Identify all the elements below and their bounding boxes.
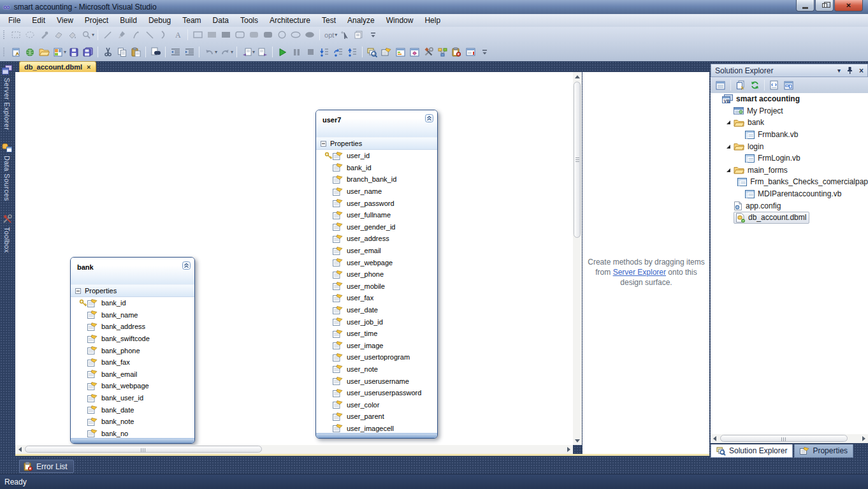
dropdown-arrow-icon[interactable]: ▾: [64, 49, 66, 55]
copy-icon[interactable]: [115, 46, 128, 58]
solution-explorer-icon[interactable]: [366, 46, 379, 58]
entity-field-row[interactable]: user_date: [316, 304, 437, 316]
dropdown-arrow-icon[interactable]: ▾: [92, 32, 94, 38]
pages-icon[interactable]: [352, 29, 365, 41]
ellipse-outline-icon[interactable]: [289, 29, 302, 41]
dropdown-arrow-icon[interactable]: ▾: [252, 49, 255, 55]
entity-field-row[interactable]: branch_bank_id: [316, 173, 437, 186]
entity-field-row[interactable]: user_name: [316, 186, 437, 198]
ellipse-dark-icon[interactable]: [303, 29, 316, 41]
find-in-files-icon[interactable]: [149, 46, 162, 58]
expander-icon[interactable]: [726, 144, 734, 149]
sidebar-tab-data-sources[interactable]: Data Sources: [0, 139, 14, 201]
close-panel-icon[interactable]: ×: [859, 66, 864, 75]
scroll-right-arrow[interactable]: [564, 445, 573, 454]
tab-close-icon[interactable]: ×: [87, 64, 90, 70]
fill-bucket-icon[interactable]: [66, 29, 78, 41]
arc-icon[interactable]: [157, 29, 170, 41]
pen-icon[interactable]: [129, 29, 142, 41]
rect-outline-icon[interactable]: [191, 29, 204, 41]
tree-item-frmbank-vb[interactable]: Frmbank.vb: [711, 129, 868, 141]
tree-item-app-config[interactable]: app.config: [711, 200, 868, 212]
eyedropper-icon[interactable]: [38, 29, 50, 41]
menu-view[interactable]: View: [51, 15, 79, 26]
menu-file[interactable]: File: [3, 15, 26, 26]
hscroll-thumb[interactable]: [720, 435, 848, 442]
entity-field-row[interactable]: user_usertoprogram: [316, 351, 437, 363]
dropdown-arrow-icon[interactable]: ▾: [215, 49, 217, 55]
menu-edit[interactable]: Edit: [26, 15, 51, 26]
entity-field-row[interactable]: user_email: [316, 245, 437, 257]
sidebar-tab-toolbox[interactable]: Toolbox: [0, 210, 14, 253]
marquee-rect-icon[interactable]: [10, 29, 22, 41]
entity-field-row[interactable]: bank_date: [71, 404, 194, 416]
save-icon[interactable]: [68, 46, 80, 58]
tree-item-login[interactable]: login: [711, 140, 868, 152]
entity-user7[interactable]: user7Propertiesuser_idbank_idbranch_bank…: [315, 110, 438, 439]
hscroll-thumb[interactable]: [25, 446, 262, 453]
brush-icon[interactable]: [115, 29, 128, 41]
entity-field-row[interactable]: user_address: [316, 233, 437, 245]
save-all-icon[interactable]: [82, 46, 94, 58]
paste-icon[interactable]: [129, 46, 142, 58]
view-designer-icon[interactable]: [782, 79, 795, 91]
pause-icon[interactable]: [290, 46, 303, 58]
menu-test[interactable]: Test: [316, 15, 342, 26]
text-a-icon[interactable]: A: [171, 29, 184, 41]
entity-field-row[interactable]: user_userusername: [316, 375, 437, 387]
dbml-methods-pane[interactable]: Create methods by dragging items from Se…: [582, 72, 709, 454]
tree-item-db-account-dbml[interactable]: db_account.dbml: [711, 212, 868, 224]
stop-icon[interactable]: [304, 46, 317, 58]
entity-field-row[interactable]: user_password: [316, 197, 437, 209]
roundrect-fill-icon[interactable]: [247, 29, 260, 41]
menu-data[interactable]: Data: [207, 15, 235, 26]
entity-field-row[interactable]: user_job_id: [316, 316, 437, 328]
indent-increase-icon[interactable]: [183, 46, 196, 58]
entity-field-row[interactable]: user_gender_id: [316, 221, 437, 233]
collapse-icon[interactable]: [425, 114, 433, 122]
scroll-up-arrow[interactable]: [573, 72, 582, 81]
refresh-icon[interactable]: [748, 79, 761, 91]
pin-icon[interactable]: [846, 66, 853, 75]
menu-analyze[interactable]: Analyze: [342, 15, 380, 26]
restore-button[interactable]: [815, 0, 834, 11]
window-menu-icon[interactable]: ▾: [837, 67, 841, 74]
entity-field-row[interactable]: user_note: [316, 363, 437, 376]
scroll-left-arrow[interactable]: [15, 445, 24, 454]
entity-field-row[interactable]: user_id: [316, 150, 437, 162]
dropdown-arrow-icon[interactable]: ▾: [335, 32, 337, 38]
navigate-forward-icon[interactable]: [256, 46, 269, 58]
overflow-icon[interactable]: [478, 46, 491, 58]
add-new-item-icon[interactable]: [24, 46, 36, 58]
overflow-icon[interactable]: [366, 29, 379, 41]
entity-field-row[interactable]: user_webpage: [316, 256, 437, 268]
close-button[interactable]: ✕: [834, 0, 863, 11]
command-window-icon[interactable]: [464, 46, 477, 58]
tree-item-mdiparentaccounting-vb[interactable]: MDIParentaccounting.vb: [711, 188, 868, 200]
collapse-icon[interactable]: [182, 261, 191, 270]
error-list-icon[interactable]: [450, 46, 463, 58]
entity-field-row[interactable]: bank_fax: [71, 356, 194, 369]
menu-architecture[interactable]: Architecture: [264, 15, 316, 26]
scroll-right-arrow[interactable]: [859, 434, 868, 443]
undo-icon[interactable]: [203, 46, 215, 58]
entity-field-row[interactable]: bank_id: [71, 297, 194, 309]
cut-icon[interactable]: [101, 46, 114, 58]
expander-icon[interactable]: [726, 120, 734, 125]
tools-icon[interactable]: [422, 46, 435, 58]
eraser-icon[interactable]: [52, 29, 64, 41]
entity-bank[interactable]: bankPropertiesbank_idbank_namebank_addre…: [70, 257, 195, 444]
redo-icon[interactable]: [219, 46, 231, 58]
menu-team[interactable]: Team: [177, 15, 206, 26]
roundrect-dark-icon[interactable]: [261, 29, 274, 41]
properties-section-header[interactable]: Properties: [316, 137, 437, 150]
tab-properties[interactable]: Properties: [794, 444, 853, 458]
line-icon[interactable]: [101, 29, 114, 41]
entity-field-row[interactable]: bank_webpage: [71, 380, 194, 392]
backslash-icon[interactable]: [143, 29, 156, 41]
entity-field-row[interactable]: bank_note: [71, 416, 194, 428]
entity-field-row[interactable]: user_useruserpassword: [316, 387, 437, 399]
menu-help[interactable]: Help: [419, 15, 446, 26]
rect-fill-icon[interactable]: [205, 29, 218, 41]
se-properties-icon[interactable]: [714, 79, 727, 91]
